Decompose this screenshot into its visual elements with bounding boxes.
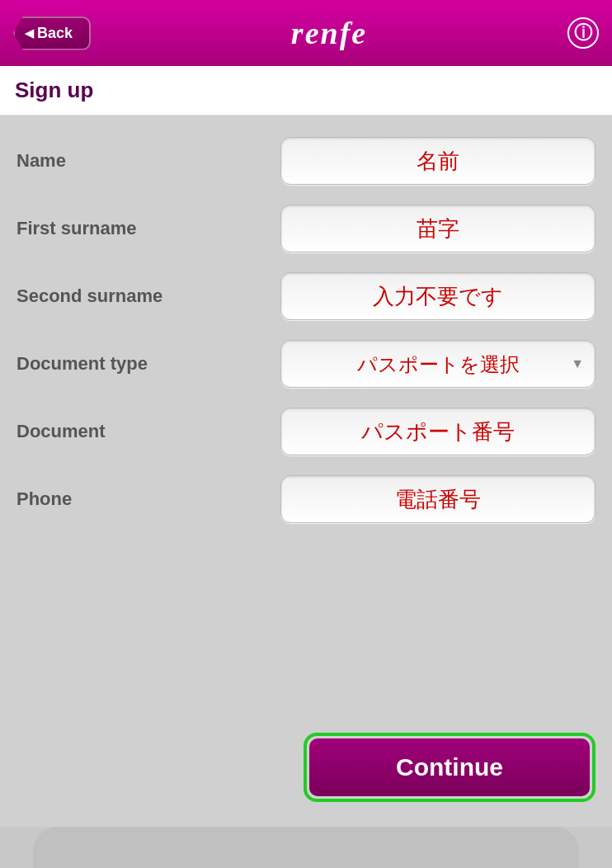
second-surname-label: Second surname <box>16 285 280 307</box>
button-area: Continue <box>0 733 612 827</box>
signup-form: Name First surname Second surname Docume… <box>0 116 612 554</box>
name-label: Name <box>16 150 280 172</box>
document-type-select[interactable]: パスポートを選択 DNI NIE <box>280 340 596 388</box>
back-label: Back <box>37 25 73 42</box>
title-bar: Sign up <box>0 66 612 116</box>
back-button[interactable]: Back <box>13 17 91 50</box>
document-type-wrapper: パスポートを選択 DNI NIE ▼ <box>280 340 596 388</box>
phone-input[interactable] <box>280 475 596 523</box>
first-surname-label: First surname <box>16 218 280 239</box>
document-type-label: Document type <box>16 353 280 375</box>
bottom-decoration <box>33 827 579 868</box>
app-header: Back renfe ⓘ <box>0 0 612 66</box>
first-surname-input[interactable] <box>280 205 596 252</box>
second-surname-row: Second surname <box>16 267 596 325</box>
document-type-row: Document type パスポートを選択 DNI NIE ▼ <box>16 335 596 393</box>
document-row: Document <box>16 403 596 460</box>
second-surname-input[interactable] <box>280 272 596 320</box>
spacer <box>0 554 612 733</box>
continue-button[interactable]: Continue <box>309 738 590 796</box>
page-title: Sign up <box>15 78 597 103</box>
phone-label: Phone <box>16 488 280 510</box>
document-input[interactable] <box>280 408 596 455</box>
info-icon: ⓘ <box>574 21 592 45</box>
app-logo: renfe <box>291 15 367 51</box>
content-wrapper: Sign up Name First surname Second surnam… <box>0 66 612 868</box>
name-row: Name <box>16 132 596 190</box>
info-button[interactable]: ⓘ <box>567 17 599 49</box>
document-label: Document <box>16 421 280 442</box>
name-input[interactable] <box>280 137 596 185</box>
phone-row: Phone <box>16 470 596 528</box>
continue-button-wrapper: Continue <box>304 733 596 802</box>
first-surname-row: First surname <box>16 200 596 257</box>
